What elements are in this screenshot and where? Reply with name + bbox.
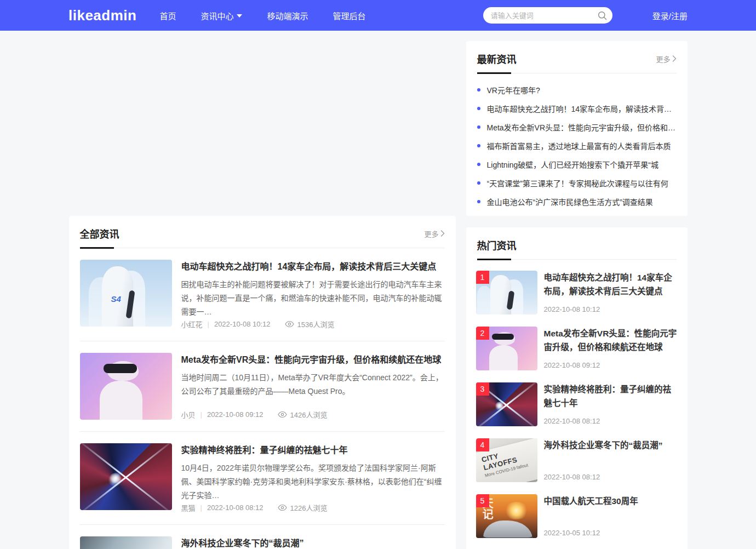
latest-news-item-text: VR元年在哪年? [487, 84, 540, 95]
meta-separator: | [201, 410, 202, 419]
latest-news-item[interactable]: VR元年在哪年? [477, 81, 677, 99]
latest-news-item[interactable]: “天宫课堂”第三课来了！专家揭秘此次课程与以往有何 [477, 174, 677, 192]
banner-empty-area [69, 41, 456, 216]
search-input[interactable] [491, 12, 598, 20]
chevron-down-icon [237, 14, 242, 18]
rank-badge: 1 [476, 271, 489, 284]
article-meta: 黑猫 | 2022-10-08 08:12 1226人浏览 [181, 502, 445, 513]
hot-news-item-title[interactable]: 中国载人航天工程30周年 [544, 494, 678, 508]
latest-news-item[interactable]: 电动车超快充之战打响！14家车企布局，解读技术背后三… [477, 99, 677, 118]
article-author: 黑猫 [181, 502, 196, 513]
vr-visor-shape [104, 364, 136, 373]
article-author: 小红花 [181, 319, 203, 329]
nav-item-news-center[interactable]: 资讯中心 [201, 10, 242, 21]
hot-news-item[interactable]: 5 天记 中国载人航天工程30周年 2022-10-05 10:12 [476, 494, 678, 538]
article-description: 当地时间周二（10月11日），Meta举办了VR年度大会“Connect 202… [181, 371, 445, 398]
nav-item-home[interactable]: 首页 [159, 10, 176, 21]
article-date: 2022-10-08 09:12 [207, 410, 264, 419]
eye-icon [278, 504, 287, 511]
more-label: 更多 [424, 228, 438, 239]
article-title[interactable]: Meta发布全新VR头显：性能向元宇宙升级，但价格和续航还在地球 [181, 353, 445, 367]
bullet-dot-icon [477, 181, 480, 185]
article-views: 1536人浏览 [285, 319, 335, 329]
hot-news-card: 热门资讯 1 电动车超快充之战打响！14家车企布局，解读技术背后三大关键点 20… [466, 227, 688, 549]
meta-separator: | [208, 320, 209, 328]
nav-item-mobile-demo-label: 移动端演示 [267, 10, 308, 21]
bullet-dot-icon [477, 163, 480, 166]
article-description: 10月4日，2022年诺贝尔物理学奖公布。奖项颁发给了法国科学家阿兰·阿斯佩、美… [181, 461, 445, 502]
search-icon[interactable] [598, 11, 607, 20]
hot-news-item-date: 2022-10-08 10:12 [544, 305, 678, 314]
latest-news-item-text: “天宫课堂”第三课来了！专家揭秘此次课程与以往有何 [487, 178, 668, 188]
latest-news-item-text: 电动车超快充之战打响！14家车企布局，解读技术背后三… [487, 103, 677, 114]
latest-news-list: VR元年在哪年? 电动车超快充之战打响！14家车企布局，解读技术背后三… Met… [466, 73, 688, 211]
all-news-more-link[interactable]: 更多 [424, 228, 444, 239]
hot-news-item[interactable]: 4 CITYLAYOFFS More COVID-19 fallout 海外科技… [476, 438, 678, 482]
more-label: 更多 [656, 54, 670, 64]
latest-news-item[interactable]: 福布斯首富易主，透过地球上最富有的人类看背后本质 [477, 136, 677, 155]
hot-thumbnail-layoffs-newspaper: 4 CITYLAYOFFS More COVID-19 fallout [476, 438, 537, 482]
article-title[interactable]: 实验精神终将胜利：量子纠缠的祛魅七十年 [181, 443, 445, 458]
hot-news-item-title[interactable]: 电动车超快充之战打响！14家车企布局，解读技术背后三大关键点 [544, 271, 678, 298]
hot-news-item-date: 2022-10-08 09:12 [544, 361, 678, 370]
hot-news-item[interactable]: 1 电动车超快充之战打响！14家车企布局，解读技术背后三大关键点 2022-10… [476, 271, 678, 314]
vr-person-shape [489, 345, 518, 370]
hot-news-header: 热门资讯 [477, 227, 677, 260]
article-thumbnail-layoffs-winter [80, 536, 172, 549]
hot-news-title: 热门资讯 [477, 238, 517, 252]
hot-thumbnail-vr-headset: 2 [476, 327, 537, 370]
article-meta: 小贝 | 2022-10-08 09:12 1426人浏览 [181, 409, 445, 420]
all-news-card: 全部资讯 更多 S4 电动车超快充之战打响！14家车企布局，解读技术背后三大关键… [69, 216, 456, 549]
article-row[interactable]: 海外科技企业寒冬下的“裁员潮” [80, 525, 445, 549]
sun-glow-shape [504, 502, 529, 519]
thumbnail-s4-label: S4 [111, 294, 121, 304]
latest-news-item-text: 金山电池公布“沪广深市民绿色生活方式”调查结果 [487, 196, 653, 207]
bullet-dot-icon [477, 125, 480, 129]
all-news-title: 全部资讯 [80, 226, 119, 241]
article-views-label: 1536人浏览 [297, 319, 335, 329]
article-date: 2022-10-08 08:12 [207, 504, 264, 512]
article-views-label: 1426人浏览 [290, 409, 328, 420]
chevron-right-icon [672, 55, 677, 62]
nav-item-news-center-label: 资讯中心 [201, 10, 233, 21]
bullet-dot-icon [477, 88, 480, 92]
latest-news-more-link[interactable]: 更多 [656, 54, 676, 64]
hot-thumbnail-quantum: 3 [476, 382, 537, 426]
article-row[interactable]: S4 电动车超快充之战打响！14家车企布局，解读技术背后三大关键点 困扰电动车主… [80, 248, 445, 341]
hot-news-list: 1 电动车超快充之战打响！14家车企布局，解读技术背后三大关键点 2022-10… [466, 260, 688, 548]
search-box[interactable] [483, 7, 612, 24]
hot-thumbnail-ev-charging: 1 [476, 271, 537, 314]
rank-badge: 3 [476, 382, 489, 396]
latest-news-item[interactable]: Meta发布全新VR头显：性能向元宇宙升级，但价格和续…还 [477, 118, 677, 136]
article-title[interactable]: 电动车超快充之战打响！14家车企布局，解读技术背后三大关键点 [181, 260, 445, 274]
hot-news-item[interactable]: 3 实验精神终将胜利：量子纠缠的祛魅七十年 2022-10-08 08:12 [476, 382, 678, 426]
light-glow-shape [495, 402, 505, 409]
article-title[interactable]: 海外科技企业寒冬下的“裁员潮” [181, 536, 445, 549]
nav-item-home-label: 首页 [159, 10, 176, 21]
hot-news-item-title[interactable]: 实验精神终将胜利：量子纠缠的祛魅七十年 [544, 382, 678, 410]
login-register-link[interactable]: 登录/注册 [652, 10, 688, 21]
page-content: 全部资讯 更多 S4 电动车超快充之战打响！14家车企布局，解读技术背后三大关键… [69, 41, 688, 549]
article-row[interactable]: 实验精神终将胜利：量子纠缠的祛魅七十年 10月4日，2022年诺贝尔物理学奖公布… [80, 432, 445, 525]
latest-news-item-text: Meta发布全新VR头显：性能向元宇宙升级，但价格和续…还 [487, 122, 677, 133]
latest-news-item[interactable]: 金山电池公布“沪广深市民绿色生活方式”调查结果 [477, 192, 677, 211]
latest-news-title: 最新资讯 [477, 52, 517, 66]
hot-news-item[interactable]: 2 Meta发布全新VR头显：性能向元宇宙升级，但价格和续航还在地球 2022-… [476, 327, 678, 370]
bullet-dot-icon [477, 144, 480, 147]
article-thumbnail-vr-headset [80, 353, 172, 420]
latest-news-item-text: Lightning破壁，人们已经开始搜索下个撬开苹果“城 [487, 159, 659, 170]
hot-news-item-title[interactable]: Meta发布全新VR头显：性能向元宇宙升级，但价格和续航还在地球 [544, 327, 678, 354]
latest-news-item-text: 福布斯首富易主，透过地球上最富有的人类看背后本质 [487, 140, 671, 151]
hot-news-item-title[interactable]: 海外科技企业寒冬下的“裁员潮” [544, 438, 678, 452]
meta-separator: | [201, 504, 202, 512]
nav-item-admin-backend[interactable]: 管理后台 [333, 10, 365, 21]
rank-badge: 4 [476, 438, 489, 451]
all-news-header: 全部资讯 更多 [80, 216, 445, 248]
latest-news-item[interactable]: Lightning破壁，人们已经开始搜索下个撬开苹果“城 [477, 155, 677, 174]
likeadmin-logo[interactable]: likeadmin [68, 7, 136, 24]
nav-item-mobile-demo[interactable]: 移动端演示 [267, 10, 308, 21]
vr-person-shape [100, 381, 142, 420]
chevron-right-icon [440, 230, 445, 237]
article-thumbnail-ev-charging: S4 [80, 260, 172, 327]
article-row[interactable]: Meta发布全新VR头显：性能向元宇宙升级，但价格和续航还在地球 当地时间周二（… [80, 341, 445, 432]
